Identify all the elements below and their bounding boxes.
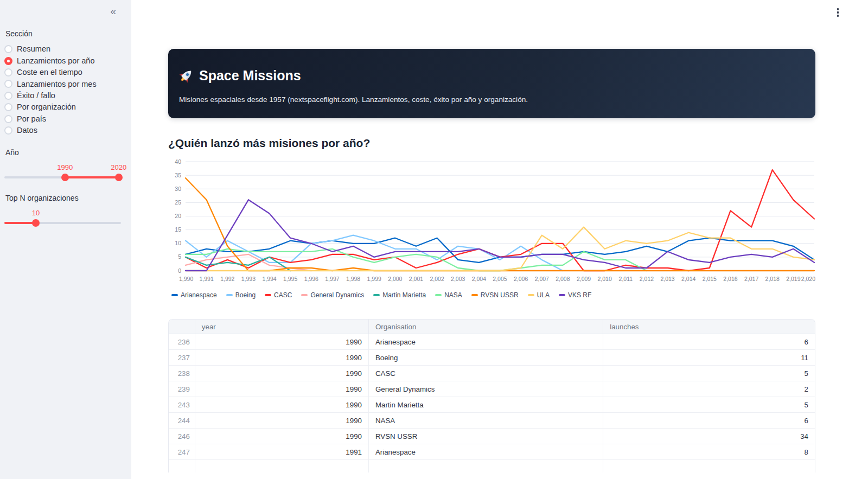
table-cell (169, 460, 195, 472)
column-header-year[interactable]: year (195, 320, 369, 334)
legend-label: CASC (274, 291, 292, 299)
svg-text:0: 0 (178, 267, 181, 274)
row-index-cell: 237 (169, 350, 195, 366)
radio-label: Éxito / fallo (17, 92, 55, 100)
sidebar-collapse-icon[interactable]: « (108, 4, 118, 18)
radio-label: Datos (17, 126, 37, 135)
legend-label: RVSN USSR (481, 291, 519, 299)
svg-text:30: 30 (175, 186, 181, 192)
svg-text:1,997: 1,997 (325, 276, 339, 282)
radio-group-label: Sección (5, 29, 121, 38)
radio-selected-icon[interactable] (4, 57, 12, 65)
radio-label: Lanzamientos por mes (17, 80, 97, 88)
series-line-casc (186, 170, 814, 271)
radio-unselected-icon[interactable] (4, 92, 12, 100)
svg-text:2,002: 2,002 (430, 276, 444, 282)
legend-item-martin-marietta: Martin Marietta (373, 291, 426, 299)
table-cell: 1990 (195, 334, 369, 350)
svg-text:1,996: 1,996 (304, 276, 318, 282)
svg-text:2,005: 2,005 (493, 276, 507, 282)
slider-active-range (65, 176, 119, 178)
kebab-menu-icon[interactable] (835, 6, 841, 19)
main-content: Space Missions Misiones espaciales desde… (131, 0, 868, 479)
radio-unselected-icon[interactable] (4, 103, 12, 111)
sidebar-radio-resumen[interactable]: Resumen (4, 43, 121, 55)
table-row: 2431990Martin Marietta5 (169, 397, 815, 413)
table-cell (195, 460, 369, 472)
legend-swatch-icon (301, 294, 308, 296)
svg-text:2,007: 2,007 (535, 276, 549, 282)
svg-text:2,010: 2,010 (598, 276, 612, 282)
sidebar-radio-datos[interactable]: Datos (4, 125, 121, 136)
svg-text:1,991: 1,991 (199, 276, 213, 282)
svg-text:2,019: 2,019 (786, 276, 800, 282)
row-index-cell: 238 (169, 366, 195, 381)
slider-thumb[interactable] (61, 174, 69, 181)
sidebar-radio-lanzamientos-por-a-o[interactable]: Lanzamientos por año (4, 55, 121, 66)
table-row: 2381990CASC5 (169, 366, 815, 381)
svg-text:25: 25 (175, 199, 181, 206)
svg-text:2,017: 2,017 (744, 276, 758, 282)
chart-legend: ArianespaceBoeingCASCGeneral DynamicsMar… (171, 291, 815, 299)
sidebar-radio-lanzamientos-por-mes[interactable]: Lanzamientos por mes (4, 78, 121, 90)
svg-text:2,014: 2,014 (681, 276, 695, 282)
table-row: 2461990RVSN USSR34 (169, 429, 815, 444)
radio-unselected-icon[interactable] (4, 68, 12, 76)
radio-unselected-icon[interactable] (4, 45, 12, 53)
year-range-slider[interactable]: 19902020 (4, 162, 121, 188)
sidebar-radio-xito-fallo[interactable]: Éxito / fallo (4, 90, 121, 101)
row-index-cell: 246 (169, 429, 195, 444)
svg-text:1,999: 1,999 (367, 276, 381, 282)
table-row: 2441990NASA6 (169, 413, 815, 429)
svg-text:1,990: 1,990 (179, 276, 193, 282)
topn-slider[interactable]: 10 (4, 208, 121, 234)
legend-swatch-icon (226, 294, 233, 296)
svg-text:2,000: 2,000 (388, 276, 402, 282)
radio-unselected-icon[interactable] (4, 115, 12, 123)
sidebar-radio-por-pa-s[interactable]: Por país (4, 113, 121, 124)
hero-title: Space Missions (179, 68, 805, 84)
legend-label: General Dynamics (310, 291, 364, 299)
sidebar-radio-por-organizaci-n[interactable]: Por organización (4, 101, 121, 113)
column-header-index[interactable] (169, 320, 195, 334)
svg-text:2,008: 2,008 (556, 276, 570, 282)
rocket-icon (179, 68, 194, 83)
row-index-cell: 247 (169, 444, 195, 460)
table-cell: 1990 (195, 381, 369, 397)
radio-label: Por organización (17, 103, 76, 111)
svg-text:20: 20 (175, 213, 181, 219)
svg-text:2,013: 2,013 (660, 276, 674, 282)
table-cell: Boeing (369, 350, 603, 366)
radio-unselected-icon[interactable] (4, 126, 12, 135)
slider-thumb[interactable] (115, 174, 123, 181)
row-index-cell: 244 (169, 413, 195, 429)
legend-label: Martin Marietta (382, 291, 426, 299)
table-row: 2361990Arianespace6 (169, 334, 815, 350)
slider-value-label: 2020 (111, 163, 126, 171)
radio-label: Coste en el tiempo (17, 68, 82, 76)
slider-active-range (4, 222, 36, 224)
legend-swatch-icon (471, 294, 478, 296)
slider-thumb[interactable] (32, 219, 40, 227)
sidebar-radio-coste-en-el-tiempo[interactable]: Coste en el tiempo (4, 67, 121, 78)
column-header-organisation[interactable]: Organisation (369, 320, 603, 334)
column-header-launches[interactable]: launches (603, 320, 815, 334)
legend-item-vks-rf: VKS RF (559, 291, 591, 299)
topn-slider-label: Top N organizaciones (5, 194, 121, 202)
year-slider-label: Año (5, 148, 121, 157)
svg-text:1,993: 1,993 (241, 276, 256, 282)
chart-title: ¿Quién lanzó más misiones por año? (168, 137, 815, 150)
legend-label: ULA (537, 291, 550, 299)
svg-text:1,992: 1,992 (220, 276, 234, 282)
chart-canvas: 05101520253035401,9901,9911,9921,9931,99… (168, 155, 815, 285)
table-cell: NASA (369, 413, 603, 429)
table-cell: CASC (369, 366, 603, 381)
svg-text:2,003: 2,003 (451, 276, 465, 282)
table-cell: 6 (603, 413, 815, 429)
sidebar: « Sección ResumenLanzamientos por añoCos… (0, 0, 131, 479)
radio-unselected-icon[interactable] (4, 80, 12, 88)
legend-swatch-icon (265, 294, 271, 296)
dataframe[interactable]: yearOrganisationlaunches2361990Arianespa… (168, 319, 815, 472)
series-line-arianespace (186, 238, 814, 263)
row-index-cell: 236 (169, 334, 195, 350)
